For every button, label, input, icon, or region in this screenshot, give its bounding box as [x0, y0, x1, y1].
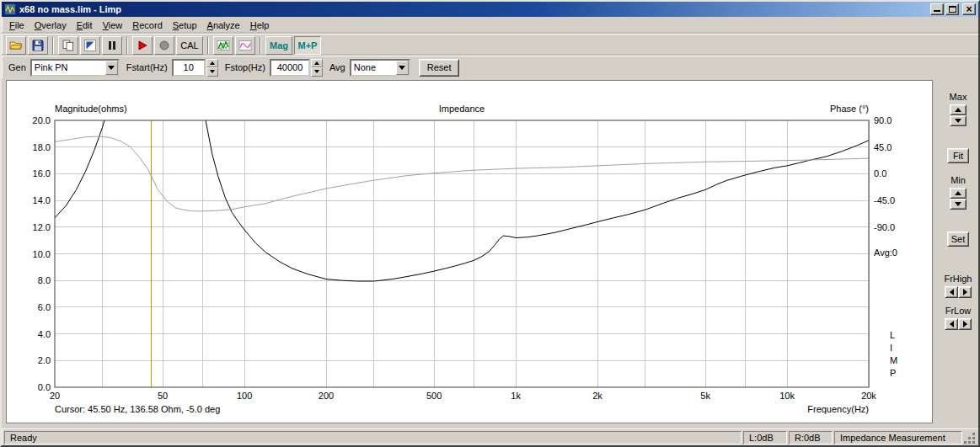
frlow-left-button[interactable]	[945, 318, 958, 330]
close-button[interactable]: ×	[962, 3, 976, 15]
arrow-up-icon	[210, 61, 215, 65]
frhigh-buttons	[945, 286, 972, 298]
toolbar: CAL Mag M+P	[2, 34, 978, 56]
svg-text:45.0: 45.0	[874, 142, 892, 152]
cursor-marker-button[interactable]	[80, 36, 100, 55]
menu-bar: File Overlay Edit View Record Setup Anal…	[2, 17, 978, 34]
svg-text:500: 500	[426, 391, 442, 401]
svg-text:2k: 2k	[592, 391, 602, 401]
avg-dropdown-button[interactable]	[396, 61, 409, 75]
fstart-label: Fstart(Hz)	[126, 62, 168, 72]
generator-controls: Gen Pink PN Fstart(Hz) Fstop(Hz) Avg Non…	[2, 56, 978, 78]
frhigh-left-button[interactable]	[945, 286, 958, 298]
record-circle-icon	[158, 39, 171, 52]
title-bar[interactable]: x68 no mass.lim - Limp ×	[2, 2, 978, 17]
frhigh-right-button[interactable]	[958, 286, 972, 298]
svg-text:0.0: 0.0	[38, 382, 51, 392]
status-left-db: L:0dB	[743, 431, 787, 444]
close-icon: ×	[966, 5, 972, 13]
save-button[interactable]	[28, 36, 48, 55]
overlay-graph-button[interactable]	[213, 36, 233, 55]
arrow-down-icon	[955, 202, 961, 206]
impedance-chart[interactable]: 0.02.04.06.08.010.012.014.016.018.020.02…	[7, 81, 932, 423]
sine-wave-button[interactable]	[235, 36, 255, 55]
min-spinner	[950, 188, 967, 210]
status-right-db: R:0dB	[789, 431, 833, 444]
toolbar-separator	[207, 37, 209, 54]
gen-select[interactable]: Pink PN	[30, 59, 120, 77]
minimize-button[interactable]	[930, 3, 944, 15]
arrow-up-icon	[314, 61, 319, 65]
arrow-up-icon	[955, 191, 961, 195]
frlow-right-button[interactable]	[958, 318, 972, 330]
arrow-left-icon	[950, 289, 954, 295]
menu-item-analyze[interactable]: Analyze	[202, 18, 245, 33]
fit-label: Fit	[953, 151, 963, 161]
menu-item-overlay[interactable]: Overlay	[29, 18, 72, 33]
limp-logo-letter: P	[890, 367, 897, 380]
svg-text:8.0: 8.0	[38, 275, 51, 285]
max-down-button[interactable]	[950, 115, 967, 126]
svg-text:16.0: 16.0	[33, 168, 51, 178]
resize-grip[interactable]	[964, 431, 976, 444]
menu-item-edit[interactable]: Edit	[72, 18, 98, 33]
menu-item-view[interactable]: View	[98, 18, 128, 33]
fstart-up-button[interactable]	[206, 59, 218, 68]
svg-text:0.0: 0.0	[874, 168, 886, 178]
mag-button[interactable]: Mag	[265, 36, 292, 55]
menu-item-setup[interactable]: Setup	[168, 18, 202, 33]
sine-wave-icon	[238, 39, 252, 52]
svg-text:20: 20	[50, 391, 60, 401]
fstop-up-button[interactable]	[311, 59, 323, 68]
mag-phase-label: M+P	[298, 40, 318, 51]
copy-icon	[62, 39, 75, 52]
arrow-down-icon	[210, 70, 215, 73]
max-up-button[interactable]	[950, 104, 967, 115]
arrow-down-icon	[314, 70, 319, 73]
set-button[interactable]: Set	[947, 231, 969, 247]
svg-text:20.0: 20.0	[33, 115, 51, 125]
frhigh-label: FrHigh	[944, 274, 972, 284]
gen-dropdown-button[interactable]	[105, 61, 118, 75]
limp-logo: L I M P	[890, 329, 897, 380]
menu-item-help[interactable]: Help	[245, 18, 275, 33]
limp-logo-letter: L	[890, 329, 897, 342]
mag-phase-button[interactable]: M+P	[294, 36, 321, 55]
scale-panel: Max Fit Min Set FrHigh FrLow	[937, 80, 979, 330]
svg-text:1k: 1k	[511, 391, 521, 401]
menu-item-file[interactable]: File	[4, 18, 29, 33]
mag-label: Mag	[270, 40, 288, 51]
reset-button[interactable]: Reset	[419, 59, 460, 77]
fstop-down-button[interactable]	[311, 67, 323, 77]
fstart-input[interactable]	[172, 59, 206, 77]
app-icon	[4, 3, 16, 15]
fstart-down-button[interactable]	[206, 67, 218, 77]
svg-text:5k: 5k	[700, 391, 710, 401]
cal-button[interactable]: CAL	[176, 36, 203, 55]
svg-text:4.0: 4.0	[38, 329, 51, 339]
maximize-icon	[949, 6, 956, 13]
copy-button[interactable]	[58, 36, 78, 55]
toolbar-separator	[52, 37, 54, 54]
limp-logo-letter: M	[890, 354, 897, 367]
folder-open-icon	[9, 39, 23, 52]
fit-button[interactable]: Fit	[947, 148, 969, 163]
pause-icon	[105, 39, 119, 52]
svg-text:18.0: 18.0	[33, 142, 51, 152]
pause-button[interactable]	[102, 36, 122, 55]
svg-text:100: 100	[237, 391, 252, 401]
menu-item-record[interactable]: Record	[127, 18, 167, 33]
open-button[interactable]	[6, 36, 26, 55]
min-up-button[interactable]	[950, 188, 967, 199]
fstop-input[interactable]	[270, 59, 310, 77]
avg-select[interactable]: None	[350, 59, 410, 77]
arrow-right-icon	[963, 321, 967, 327]
maximize-button[interactable]	[945, 3, 959, 15]
svg-text:6.0: 6.0	[38, 302, 51, 312]
play-record-button[interactable]	[132, 36, 153, 55]
stop-button[interactable]	[154, 36, 174, 55]
chevron-down-icon	[399, 66, 405, 70]
window-title: x68 no mass.lim - Limp	[19, 4, 929, 14]
min-down-button[interactable]	[950, 199, 967, 210]
frequency-axis-title: Frequency(Hz)	[55, 404, 869, 414]
